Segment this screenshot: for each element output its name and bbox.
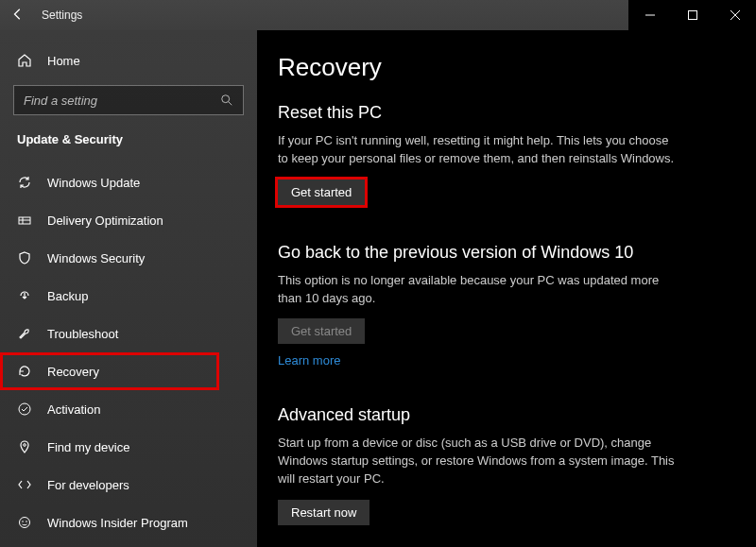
code-icon [17, 477, 32, 492]
sidebar-item-insider-program[interactable]: Windows Insider Program [0, 504, 257, 541]
wrench-icon [17, 326, 32, 341]
location-icon [17, 439, 32, 454]
window-title: Settings [42, 9, 82, 22]
search-icon [220, 94, 233, 107]
check-circle-icon [17, 402, 32, 417]
svg-rect-1 [688, 11, 696, 20]
sidebar-item-for-developers[interactable]: For developers [0, 466, 257, 504]
titlebar: Settings [0, 0, 756, 30]
sync-icon [17, 175, 32, 190]
sidebar-item-label: Delivery Optimization [47, 214, 163, 228]
go-back-section: Go back to the previous version of Windo… [278, 243, 726, 368]
sidebar-item-label: Backup [47, 289, 88, 303]
goback-body: This option is no longer available becau… [278, 272, 675, 308]
sidebar-item-activation[interactable]: Activation [0, 390, 257, 428]
insider-icon [17, 515, 32, 530]
delivery-icon [17, 213, 32, 228]
sidebar-item-troubleshoot[interactable]: Troubleshoot [0, 315, 257, 352]
sidebar-item-label: Find my device [47, 440, 129, 454]
home-label: Home [47, 54, 80, 68]
advanced-startup-section: Advanced startup Start up from a device … [278, 405, 726, 525]
sidebar-item-label: For developers [47, 478, 129, 492]
window-controls [628, 0, 756, 30]
sidebar-nav: Windows Update Delivery Optimization Win… [0, 163, 257, 541]
search-field[interactable] [24, 94, 220, 108]
home-icon [17, 53, 32, 68]
sidebar-item-windows-security[interactable]: Windows Security [0, 239, 257, 277]
svg-point-4 [222, 95, 230, 103]
sidebar-item-label: Windows Insider Program [47, 516, 188, 530]
reset-heading: Reset this PC [278, 103, 726, 123]
sidebar-item-label: Troubleshoot [47, 327, 118, 341]
svg-point-11 [20, 518, 30, 528]
svg-line-5 [229, 102, 232, 106]
page-title: Recovery [278, 53, 726, 82]
get-started-button[interactable]: Get started [278, 179, 365, 205]
learn-more-link[interactable]: Learn more [278, 353, 340, 368]
home-button[interactable]: Home [0, 45, 257, 76]
sidebar-item-delivery-optimization[interactable]: Delivery Optimization [0, 201, 257, 239]
backup-icon [17, 288, 32, 303]
reset-body: If your PC isn't running well, resetting… [278, 132, 675, 168]
svg-point-13 [26, 521, 27, 522]
svg-point-12 [22, 521, 24, 522]
shield-icon [17, 250, 32, 265]
back-button[interactable] [11, 8, 25, 24]
search-input[interactable] [13, 85, 244, 115]
sidebar-item-label: Recovery [47, 365, 99, 379]
close-button[interactable] [713, 0, 756, 30]
sidebar-item-recovery[interactable]: Recovery [0, 352, 219, 390]
maximize-button[interactable] [671, 0, 713, 30]
restart-now-button[interactable]: Restart now [278, 500, 369, 525]
sidebar-item-windows-update[interactable]: Windows Update [0, 163, 257, 201]
recovery-icon [17, 364, 32, 379]
svg-point-10 [24, 444, 26, 447]
advanced-heading: Advanced startup [278, 405, 726, 425]
reset-pc-section: Reset this PC If your PC isn't running w… [278, 103, 726, 205]
get-started-disabled-button: Get started [278, 318, 365, 344]
minimize-button[interactable] [628, 0, 671, 30]
sidebar-item-find-my-device[interactable]: Find my device [0, 428, 257, 466]
advanced-body: Start up from a device or disc (such as … [278, 435, 675, 488]
sidebar-item-backup[interactable]: Backup [0, 277, 257, 315]
sidebar: Home Update & Security Windows Update De… [0, 30, 257, 547]
sidebar-section-title: Update & Security [0, 132, 257, 163]
svg-point-9 [19, 403, 30, 415]
sidebar-item-label: Activation [47, 402, 100, 417]
sidebar-item-label: Windows Update [47, 176, 140, 190]
sidebar-item-label: Windows Security [47, 251, 145, 265]
main-content: Recovery Reset this PC If your PC isn't … [257, 30, 756, 547]
goback-heading: Go back to the previous version of Windo… [278, 243, 726, 263]
